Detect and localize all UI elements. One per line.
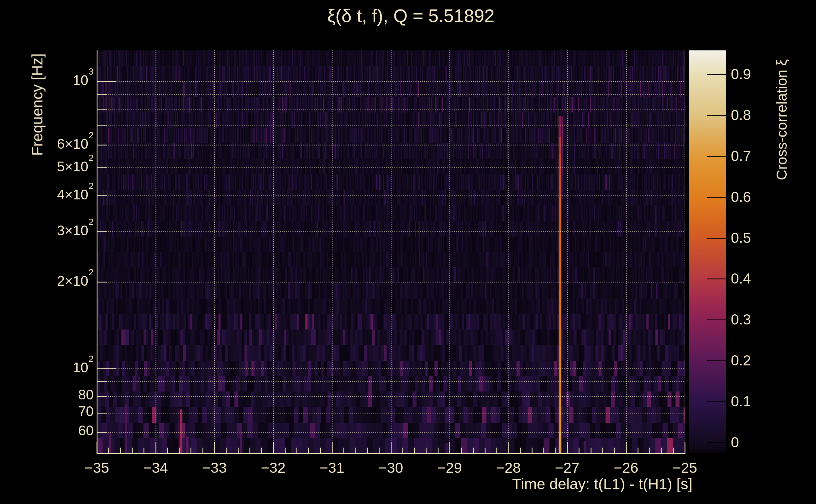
x-tick-label: −29: [424, 459, 475, 476]
y-tick-label: 103: [73, 72, 94, 88]
y-tick-label: 6×102: [57, 135, 94, 152]
y-tick-label: 5×102: [57, 158, 94, 175]
chart-title: ξ(δ t, f), Q = 5.51892: [327, 5, 495, 26]
y-tick-label: 3×102: [57, 222, 94, 238]
x-tick-label: −25: [660, 459, 710, 476]
x-tick-label: −31: [307, 459, 357, 476]
x-tick-label: −27: [542, 459, 592, 476]
x-tick-label: −34: [130, 459, 181, 476]
colorbar-tick-label: 0.1: [731, 393, 751, 410]
colorbar-title: Cross-correlation ξ: [773, 59, 790, 180]
colorbar-tick-label: 0.4: [731, 270, 751, 287]
x-tick-label: −26: [601, 459, 652, 476]
y-tick-label: 70: [78, 404, 94, 419]
x-tick-label: −30: [366, 459, 416, 476]
x-tick-label: −33: [189, 459, 240, 476]
colorbar-tick-label: 0.6: [731, 188, 751, 205]
colorbar-tick-label: 0.8: [731, 106, 751, 123]
axes-overlay-canvas: [0, 0, 816, 504]
x-tick-label: −32: [248, 459, 299, 476]
colorbar-tick-label: 0.5: [731, 229, 751, 246]
y-tick-label: 4×102: [57, 186, 94, 203]
y-tick-label: 80: [78, 387, 94, 403]
x-axis-title: Time delay: t(L1) - t(H1) [s]: [512, 475, 693, 493]
colorbar-tick-label: 0.9: [731, 66, 751, 83]
colorbar-tick-label: 0.2: [731, 352, 751, 369]
y-tick-label: 2×102: [57, 272, 94, 289]
colorbar-tick-label: 0: [731, 434, 739, 451]
colorbar-tick-label: 0.7: [731, 147, 751, 164]
y-axis-title: Frequency [Hz]: [29, 53, 46, 156]
x-tick-label: −28: [483, 459, 534, 476]
x-tick-label: −35: [72, 459, 122, 476]
y-tick-label: 102: [73, 359, 94, 375]
y-tick-label: 60: [78, 423, 94, 438]
colorbar-tick-label: 0.3: [731, 311, 751, 328]
figure-root: { "figure": { "title": "ξ(δ t, f), Q = 5…: [0, 0, 816, 504]
